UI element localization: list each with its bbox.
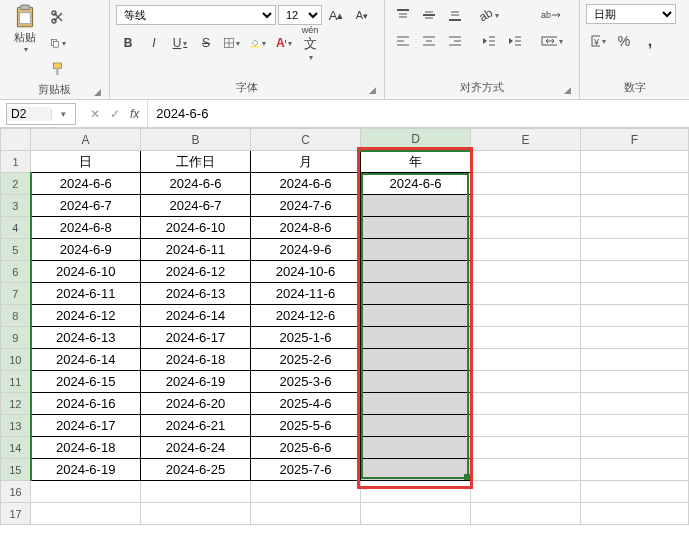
cell-C13[interactable]: 2025-5-6 (251, 415, 361, 437)
cell-B13[interactable]: 2024-6-21 (141, 415, 251, 437)
cell-A9[interactable]: 2024-6-13 (31, 327, 141, 349)
row-header-17[interactable]: 17 (1, 503, 31, 525)
cell-F13[interactable] (581, 415, 689, 437)
cell-F2[interactable] (581, 173, 689, 195)
cell-F10[interactable] (581, 349, 689, 371)
borders-button[interactable]: ▾ (220, 32, 244, 54)
cell-A13[interactable]: 2024-6-17 (31, 415, 141, 437)
format-painter-button[interactable] (46, 58, 70, 80)
col-header-A[interactable]: A (31, 129, 141, 151)
spreadsheet-grid[interactable]: ABCDEF1日工作日月年22024-6-62024-6-62024-6-620… (0, 128, 689, 525)
cell-D17[interactable] (361, 503, 471, 525)
copy-button[interactable]: ▾ (46, 32, 70, 54)
cell-D8[interactable] (361, 305, 471, 327)
cell-E13[interactable] (471, 415, 581, 437)
underline-button[interactable]: U▾ (168, 32, 192, 54)
cell-A3[interactable]: 2024-6-7 (31, 195, 141, 217)
row-header-13[interactable]: 13 (1, 415, 31, 437)
align-launcher[interactable]: ◢ (564, 85, 571, 95)
cancel-formula-icon[interactable]: ✕ (86, 107, 104, 121)
paste-button[interactable]: 粘贴 ▾ (6, 2, 44, 56)
cell-F8[interactable] (581, 305, 689, 327)
cell-B7[interactable]: 2024-6-13 (141, 283, 251, 305)
cell-B17[interactable] (141, 503, 251, 525)
align-top-button[interactable] (391, 4, 415, 26)
select-all-corner[interactable] (1, 129, 31, 151)
col-header-C[interactable]: C (251, 129, 361, 151)
cell-B10[interactable]: 2024-6-18 (141, 349, 251, 371)
decrease-indent-button[interactable] (477, 30, 501, 52)
cell-B6[interactable]: 2024-6-12 (141, 261, 251, 283)
row-header-9[interactable]: 9 (1, 327, 31, 349)
cell-E14[interactable] (471, 437, 581, 459)
row-header-4[interactable]: 4 (1, 217, 31, 239)
cell-C10[interactable]: 2025-2-6 (251, 349, 361, 371)
cell-A1[interactable]: 日 (31, 151, 141, 173)
row-header-16[interactable]: 16 (1, 481, 31, 503)
cell-F4[interactable] (581, 217, 689, 239)
cell-B9[interactable]: 2024-6-17 (141, 327, 251, 349)
font-launcher[interactable]: ◢ (369, 85, 376, 95)
cell-D4[interactable] (361, 217, 471, 239)
cell-A2[interactable]: 2024-6-6 (31, 173, 141, 195)
cell-B12[interactable]: 2024-6-20 (141, 393, 251, 415)
align-center-button[interactable] (417, 30, 441, 52)
name-box[interactable]: ▾ (6, 103, 76, 125)
cell-F11[interactable] (581, 371, 689, 393)
cell-A10[interactable]: 2024-6-14 (31, 349, 141, 371)
cell-E2[interactable] (471, 173, 581, 195)
cell-B5[interactable]: 2024-6-11 (141, 239, 251, 261)
italic-button[interactable]: I (142, 32, 166, 54)
align-bottom-button[interactable] (443, 4, 467, 26)
font-color-button[interactable]: A▾ (272, 32, 296, 54)
cell-E12[interactable] (471, 393, 581, 415)
align-left-button[interactable] (391, 30, 415, 52)
cell-F12[interactable] (581, 393, 689, 415)
row-header-5[interactable]: 5 (1, 239, 31, 261)
cell-E15[interactable] (471, 459, 581, 481)
cell-E7[interactable] (471, 283, 581, 305)
cell-A4[interactable]: 2024-6-8 (31, 217, 141, 239)
cell-F15[interactable] (581, 459, 689, 481)
cell-F3[interactable] (581, 195, 689, 217)
cell-F5[interactable] (581, 239, 689, 261)
cell-C15[interactable]: 2025-7-6 (251, 459, 361, 481)
cell-A17[interactable] (31, 503, 141, 525)
row-header-10[interactable]: 10 (1, 349, 31, 371)
col-header-D[interactable]: D (361, 129, 471, 151)
row-header-14[interactable]: 14 (1, 437, 31, 459)
cell-A11[interactable]: 2024-6-15 (31, 371, 141, 393)
row-header-3[interactable]: 3 (1, 195, 31, 217)
increase-font-button[interactable]: A▴ (324, 4, 348, 26)
align-middle-button[interactable] (417, 4, 441, 26)
name-box-input[interactable] (7, 107, 51, 121)
cell-E1[interactable] (471, 151, 581, 173)
decrease-font-button[interactable]: A▾ (350, 4, 374, 26)
fx-icon[interactable]: fx (126, 107, 143, 121)
cell-C8[interactable]: 2024-12-6 (251, 305, 361, 327)
cell-F14[interactable] (581, 437, 689, 459)
col-header-B[interactable]: B (141, 129, 251, 151)
font-family-select[interactable]: 等线 (116, 5, 276, 25)
number-format-select[interactable]: 日期 (586, 4, 676, 24)
align-right-button[interactable] (443, 30, 467, 52)
cell-C11[interactable]: 2025-3-6 (251, 371, 361, 393)
cell-D3[interactable] (361, 195, 471, 217)
cell-E5[interactable] (471, 239, 581, 261)
col-header-E[interactable]: E (471, 129, 581, 151)
formula-input[interactable] (147, 100, 689, 127)
cell-D6[interactable] (361, 261, 471, 283)
cell-C17[interactable] (251, 503, 361, 525)
orientation-button[interactable]: ab▾ (477, 4, 501, 26)
cell-C12[interactable]: 2025-4-6 (251, 393, 361, 415)
cell-B8[interactable]: 2024-6-14 (141, 305, 251, 327)
cell-A7[interactable]: 2024-6-11 (31, 283, 141, 305)
cell-A12[interactable]: 2024-6-16 (31, 393, 141, 415)
cell-B2[interactable]: 2024-6-6 (141, 173, 251, 195)
bold-button[interactable]: B (116, 32, 140, 54)
cell-E4[interactable] (471, 217, 581, 239)
phonetic-button[interactable]: wén文▾ (298, 32, 322, 54)
cell-F7[interactable] (581, 283, 689, 305)
cell-C2[interactable]: 2024-6-6 (251, 173, 361, 195)
cell-E10[interactable] (471, 349, 581, 371)
